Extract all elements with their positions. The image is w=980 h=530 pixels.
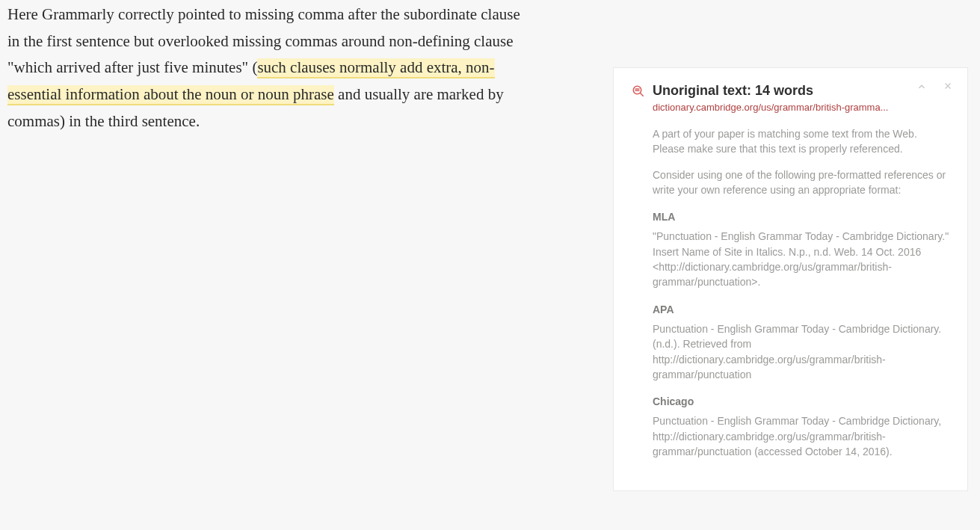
panel-intro-1: A part of your paper is matching some te…: [653, 126, 949, 157]
svg-line-1: [640, 93, 644, 96]
panel-body: A part of your paper is matching some te…: [653, 126, 949, 459]
close-button[interactable]: [943, 81, 952, 93]
document-area: Here Grammarly correctly pointed to miss…: [7, 1, 531, 135]
document-paragraph: Here Grammarly correctly pointed to miss…: [7, 1, 531, 135]
collapse-button[interactable]: [916, 81, 927, 93]
panel-header: Unoriginal text: 14 words dictionary.cam…: [632, 83, 949, 113]
panel-title-block: Unoriginal text: 14 words dictionary.cam…: [653, 83, 949, 113]
plagiarism-panel: Unoriginal text: 14 words dictionary.cam…: [613, 67, 968, 491]
ref-label-chicago: Chicago: [653, 394, 949, 409]
close-icon: [943, 81, 952, 90]
chevron-up-icon: [916, 81, 927, 92]
ref-text-chicago: Punctuation - English Grammar Today - Ca…: [653, 413, 949, 459]
panel-controls: [916, 81, 952, 93]
panel-intro-2: Consider using one of the following pre-…: [653, 167, 949, 198]
ref-label-apa: APA: [653, 302, 949, 317]
panel-source-link[interactable]: dictionary.cambridge.org/us/grammar/brit…: [653, 102, 949, 113]
ref-text-apa: Punctuation - English Grammar Today - Ca…: [653, 321, 949, 382]
panel-title: Unoriginal text: 14 words: [653, 83, 949, 99]
ref-text-mla: "Punctuation - English Grammar Today - C…: [653, 229, 949, 289]
ref-label-mla: MLA: [653, 209, 949, 224]
plagiarism-icon: [632, 84, 645, 101]
